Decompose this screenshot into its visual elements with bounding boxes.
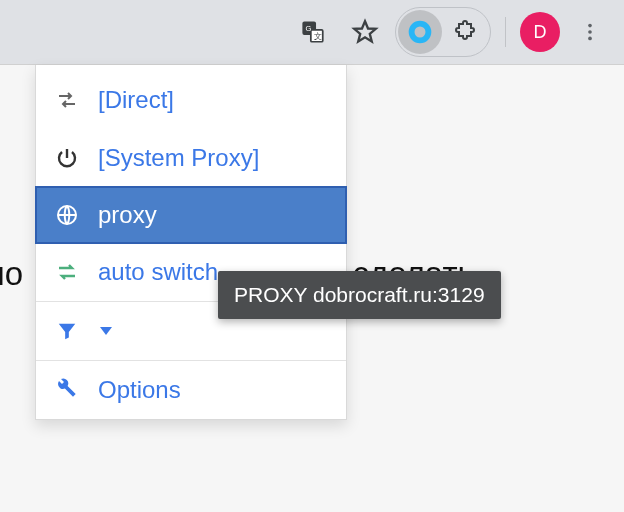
page-heading: ешо о сделать bbox=[0, 255, 23, 293]
svg-point-7 bbox=[588, 30, 592, 34]
svg-marker-4 bbox=[354, 21, 375, 41]
proxy-tooltip: PROXY dobrocraft.ru:3129 bbox=[218, 271, 501, 319]
avatar[interactable]: D bbox=[520, 12, 560, 52]
proxy-menu-popup: [Direct] [System Proxy] proxy bbox=[35, 65, 347, 420]
globe-icon bbox=[54, 202, 80, 228]
menu-label: Options bbox=[98, 376, 181, 404]
browser-toolbar: G 文 D bbox=[0, 0, 624, 64]
star-icon[interactable] bbox=[343, 10, 387, 54]
tooltip-text: PROXY dobrocraft.ru:3129 bbox=[234, 283, 485, 306]
menu-item-direct[interactable]: [Direct] bbox=[36, 71, 346, 129]
menu-label: auto switch bbox=[98, 258, 218, 286]
chevron-down-icon bbox=[100, 327, 112, 335]
recycle-icon bbox=[54, 259, 80, 285]
power-icon bbox=[54, 145, 80, 171]
toolbar-separator bbox=[505, 17, 506, 47]
menu-item-options[interactable]: Options bbox=[36, 361, 346, 419]
wrench-icon bbox=[54, 377, 80, 403]
svg-point-5 bbox=[412, 24, 429, 41]
menu-label: [System Proxy] bbox=[98, 144, 259, 172]
svg-point-6 bbox=[588, 24, 592, 28]
menu-label: [Direct] bbox=[98, 86, 174, 114]
svg-text:G: G bbox=[305, 24, 311, 33]
extension-pill bbox=[395, 7, 491, 57]
svg-text:文: 文 bbox=[314, 32, 322, 41]
extensions-icon[interactable] bbox=[444, 10, 488, 54]
avatar-letter: D bbox=[534, 22, 547, 43]
funnel-icon bbox=[54, 318, 80, 344]
page-heading-left: ешо bbox=[0, 255, 23, 292]
page-background: ешо о сделать [Direct] [System Proxy] bbox=[0, 64, 624, 512]
menu-label: proxy bbox=[98, 201, 157, 229]
translate-icon[interactable]: G 文 bbox=[291, 10, 335, 54]
menu-item-proxy[interactable]: proxy bbox=[35, 186, 347, 244]
menu-item-system-proxy[interactable]: [System Proxy] bbox=[36, 129, 346, 187]
direct-icon bbox=[54, 87, 80, 113]
kebab-menu-icon[interactable] bbox=[568, 10, 612, 54]
svg-point-8 bbox=[588, 37, 592, 41]
omega-extension-icon[interactable] bbox=[398, 10, 442, 54]
